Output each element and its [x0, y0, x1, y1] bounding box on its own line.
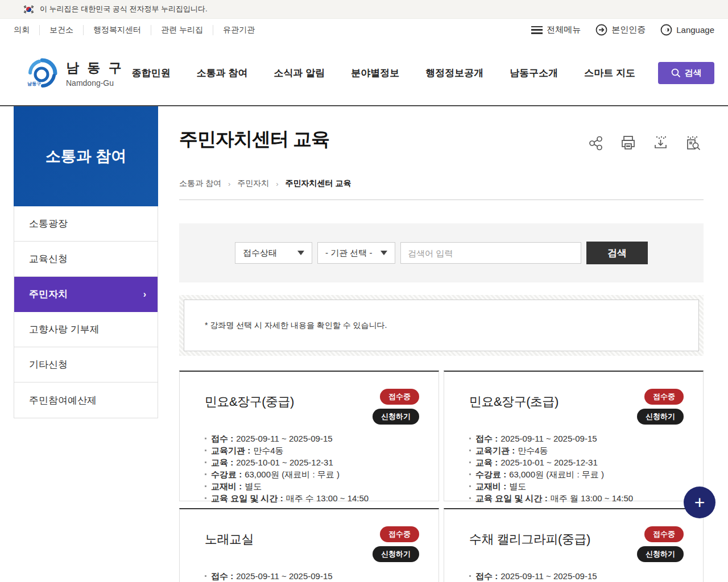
header-search-button[interactable]: 검색: [658, 62, 714, 84]
detail-row: 교육기관 :만수4동: [469, 444, 684, 456]
svg-text:남동구: 남동구: [27, 81, 41, 86]
apply-button[interactable]: 신청하기: [637, 409, 684, 425]
detail-row: 접수 :2025-09-11 ~ 2025-09-15: [469, 433, 684, 444]
namdonggu-logo-icon: 남동구: [26, 57, 59, 90]
nav-about[interactable]: 남동구소개: [510, 66, 558, 80]
chevron-down-icon: [380, 251, 387, 255]
detail-row: 접수 :2025-09-11 ~ 2025-09-15: [205, 570, 419, 582]
share-icon[interactable]: [588, 135, 604, 151]
organization-select-value: - 기관 선택 -: [325, 248, 373, 259]
nav-news[interactable]: 소식과 알림: [274, 66, 325, 80]
detail-row: 접수 :2025-09-11 ~ 2025-09-15: [469, 570, 684, 582]
course-card[interactable]: 민요&장구(중급) 접수중 신청하기 접수 :2025-09-11 ~ 2025…: [179, 371, 439, 501]
identity-auth-label: 본인인증: [611, 24, 646, 35]
filter-search-button[interactable]: 검색: [586, 242, 648, 264]
apply-button[interactable]: 신청하기: [373, 546, 419, 562]
site-logo[interactable]: 남동구 남 동 구 Namdong-Gu: [26, 57, 124, 90]
all-menu-button[interactable]: 전체메뉴: [531, 24, 581, 35]
nav-civil-service[interactable]: 종합민원: [132, 66, 171, 80]
breadcrumb-separator: ›: [228, 180, 230, 188]
identity-auth-button[interactable]: 본인인증: [595, 24, 646, 36]
search-filter-bar: 접수상태 - 기관 선택 - 검색: [179, 223, 704, 282]
detail-row: 교육 요일 및 시간 :매주 월 13:00 ~ 14:50: [469, 492, 684, 504]
official-banner: 이 누리집은 대한민국 공식 전자정부 누리집입니다.: [0, 0, 728, 19]
status-badge: 접수중: [380, 526, 419, 542]
sidebar-item-resident-autonomy[interactable]: 주민자치 ›: [14, 277, 158, 312]
utility-link-related-sites[interactable]: 관련 누리집: [151, 25, 213, 35]
detail-row: 교육 :2025-10-01 ~ 2025-12-31: [469, 456, 684, 468]
download-icon[interactable]: [652, 135, 669, 151]
course-details: 접수 :2025-09-11 ~ 2025-09-15 교육기관 :만수4동: [205, 570, 419, 582]
sidebar-menu: 소통광장 교육신청 주민자치 › 고향사랑 기부제 기타신청 주민참여예산제: [14, 206, 158, 418]
detail-row: 수강료 :63,000원 (재료비 : 무료 ): [469, 468, 684, 480]
status-badge: 접수중: [644, 526, 684, 542]
logo-text: 남 동 구 Namdong-Gu: [66, 59, 124, 88]
breadcrumb-item[interactable]: 소통과 참여: [179, 178, 221, 189]
detail-row: 교재비 :별도: [205, 480, 419, 492]
sidebar-item-label: 주민자치: [29, 288, 68, 301]
course-title[interactable]: 민요&장구(초급): [469, 393, 559, 410]
nav-communication[interactable]: 소통과 참여: [197, 66, 248, 80]
course-card[interactable]: 민요&장구(초급) 접수중 신청하기 접수 :2025-09-11 ~ 2025…: [444, 371, 704, 501]
page-title: 주민자치센터 교육: [179, 127, 329, 152]
sidebar-item-communication-plaza[interactable]: 소통광장: [14, 206, 158, 242]
official-banner-text: 이 누리집은 대한민국 공식 전자정부 누리집입니다.: [40, 4, 208, 14]
status-badge: 접수중: [644, 389, 684, 405]
print-icon[interactable]: [620, 135, 636, 151]
keyword-input[interactable]: [400, 242, 581, 264]
chevron-down-icon: [297, 251, 304, 255]
sidebar-item-label: 교육신청: [29, 252, 68, 265]
sidebar-item-other-apply[interactable]: 기타신청: [14, 347, 158, 383]
logo-subtitle: Namdong-Gu: [66, 78, 124, 88]
detail-row: 교육 요일 및 시간 :매주 수 13:00 ~ 14:50: [205, 492, 419, 504]
sidebar-item-participatory-budget[interactable]: 주민참여예산제: [14, 383, 158, 418]
nav-smart-map[interactable]: 스마트 지도: [584, 66, 635, 80]
utility-link-council[interactable]: 의회: [14, 25, 39, 35]
course-card[interactable]: 노래교실 접수중 신청하기 접수 :2025-09-11 ~ 2025-09-1…: [179, 508, 439, 582]
detail-row: 교육기관 :만수4동: [205, 444, 419, 456]
apply-button[interactable]: 신청하기: [637, 546, 684, 562]
utility-link-admin-welfare[interactable]: 행정복지센터: [83, 25, 151, 35]
breadcrumb-item[interactable]: 주민자치: [237, 178, 269, 189]
logo-title: 남 동 구: [66, 59, 124, 77]
utility-bar: 의회 보건소 행정복지센터 관련 누리집 유관기관 전체메뉴 본인인증 Lang…: [0, 19, 728, 41]
organization-select[interactable]: - 기관 선택 -: [317, 242, 395, 264]
sidebar-item-label: 주민참여예산제: [29, 394, 97, 407]
doc-search-icon[interactable]: [685, 135, 701, 151]
status-select[interactable]: 접수상태: [235, 242, 312, 264]
detail-row: 교육 :2025-10-01 ~ 2025-12-31: [205, 456, 419, 468]
utility-link-health-center[interactable]: 보건소: [39, 25, 83, 35]
detail-row: 수강료 :63,000원 (재료비 : 무료 ): [205, 468, 419, 480]
floating-plus-button[interactable]: +: [684, 487, 715, 518]
breadcrumb-current: 주민자치센터 교육: [286, 178, 351, 189]
apply-button[interactable]: 신청하기: [373, 409, 419, 425]
sidebar-item-label: 기타신청: [29, 358, 68, 371]
notice-box: * 강좌명 선택 시 자세한 내용을 확인할 수 있습니다.: [184, 300, 699, 351]
detail-row: 교재비 :별도: [469, 480, 684, 492]
sidebar-item-label: 소통광장: [29, 217, 68, 230]
course-title[interactable]: 노래교실: [205, 531, 254, 548]
site-header: 남동구 남 동 구 Namdong-Gu 종합민원 소통과 참여 소식과 알림 …: [0, 41, 728, 105]
hamburger-icon: [531, 26, 543, 34]
status-badge: 접수중: [380, 389, 419, 405]
utility-right: 전체메뉴 본인인증 Language: [531, 24, 714, 36]
auth-arrow-icon: [595, 24, 607, 36]
chevron-right-icon: ›: [143, 289, 146, 300]
notice-section: * 강좌명 선택 시 자세한 내용을 확인할 수 있습니다.: [179, 295, 704, 356]
sidebar-item-hometown-donation[interactable]: 고향사랑 기부제: [14, 312, 158, 347]
course-card[interactable]: 수채 캘리그라피(중급) 접수중 신청하기 접수 :2025-09-11 ~ 2…: [444, 508, 704, 582]
utility-link-related-orgs[interactable]: 유관기관: [213, 25, 264, 35]
course-title[interactable]: 수채 캘리그라피(중급): [469, 531, 590, 548]
course-details: 접수 :2025-09-11 ~ 2025-09-15 교육기관 :만수4동 교…: [469, 433, 684, 504]
language-button[interactable]: Language: [660, 24, 714, 36]
utility-links: 의회 보건소 행정복지센터 관련 누리집 유관기관: [14, 25, 264, 35]
sidebar-item-education-apply[interactable]: 교육신청: [14, 242, 158, 277]
course-card-grid: 민요&장구(중급) 접수중 신청하기 접수 :2025-09-11 ~ 2025…: [179, 371, 704, 582]
course-details: 접수 :2025-09-11 ~ 2025-09-15 교육기관 :만수4동 교…: [205, 433, 419, 504]
all-menu-label: 전체메뉴: [547, 24, 581, 35]
course-title[interactable]: 민요&장구(중급): [205, 393, 294, 410]
breadcrumb-separator: ›: [276, 180, 278, 188]
nav-info-disclosure[interactable]: 행정정보공개: [425, 66, 483, 80]
nav-field-info[interactable]: 분야별정보: [351, 66, 399, 80]
sidebar-title: 소통과 참여: [14, 106, 158, 206]
